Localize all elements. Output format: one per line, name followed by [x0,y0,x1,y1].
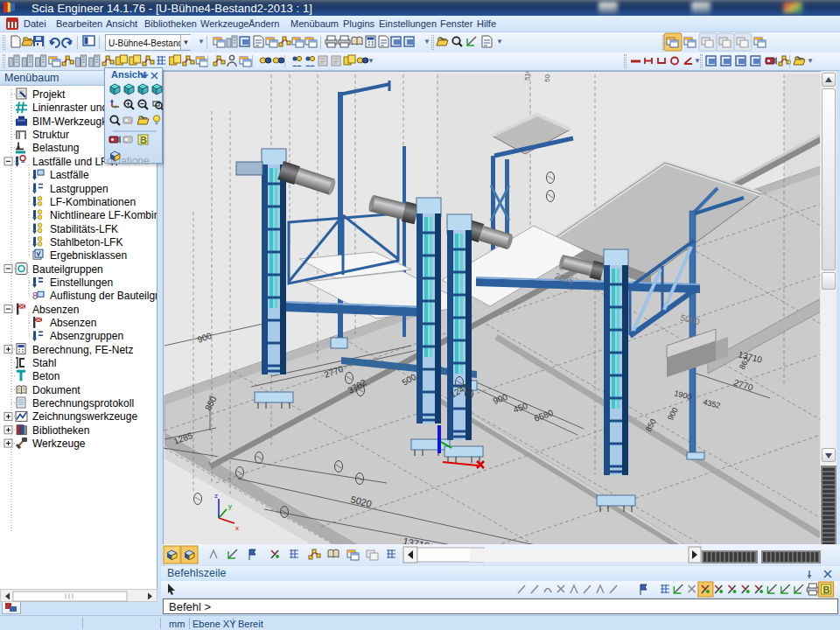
svg-text:Beton: Beton [32,370,60,382]
svg-text:Belastung: Belastung [32,142,79,154]
svg-text:Stahl: Stahl [32,357,56,369]
svg-text:Struktur: Struktur [32,129,69,141]
svg-text:y: y [228,502,232,510]
svg-text:Berechnung, FE-Netz: Berechnung, FE-Netz [32,344,133,356]
svg-text:Werkzeuge: Werkzeuge [32,438,86,450]
svg-text:Lastfälle: Lastfälle [50,169,89,181]
svg-text:50: 50 [543,74,551,82]
svg-text:Stahlbeton-LFK: Stahlbeton-LFK [50,236,122,248]
svg-text:Absenzen: Absenzen [50,317,96,329]
svg-text:Auflistung der Bauteilgrup: Auflistung der Bauteilgrup [50,290,157,302]
svg-text:Absenzgruppen: Absenzgruppen [50,330,123,342]
svg-text:Zeichnungswerkzeuge: Zeichnungswerkzeuge [32,410,137,423]
svg-text:Bibliotheken: Bibliotheken [32,424,89,437]
svg-text:Nichtlineare LF-Kombinatio: Nichtlineare LF-Kombinatio [50,209,157,221]
svg-text:Projekt: Projekt [32,88,66,101]
svg-text:Lastgruppen: Lastgruppen [50,183,108,195]
svg-text:Stabilitäts-LFK: Stabilitäts-LFK [50,223,118,235]
svg-text:510: 510 [523,72,531,80]
svg-text:Ergebnisklassen: Ergebnisklassen [50,249,127,262]
svg-text:Dokument: Dokument [32,384,80,396]
svg-text:Bauteilgruppen: Bauteilgruppen [32,263,103,276]
svg-text:B: B [823,584,830,595]
svg-text:z: z [214,492,218,500]
svg-text:x: x [235,524,239,532]
svg-text:8: 8 [32,290,38,301]
svg-text:Einstellungen: Einstellungen [50,276,113,289]
svg-text:LF-Kombinationen: LF-Kombinationen [50,196,136,208]
svg-text:Berechnungsprotokoll: Berechnungsprotokoll [32,397,134,410]
svg-text:Absenzen: Absenzen [32,304,79,316]
